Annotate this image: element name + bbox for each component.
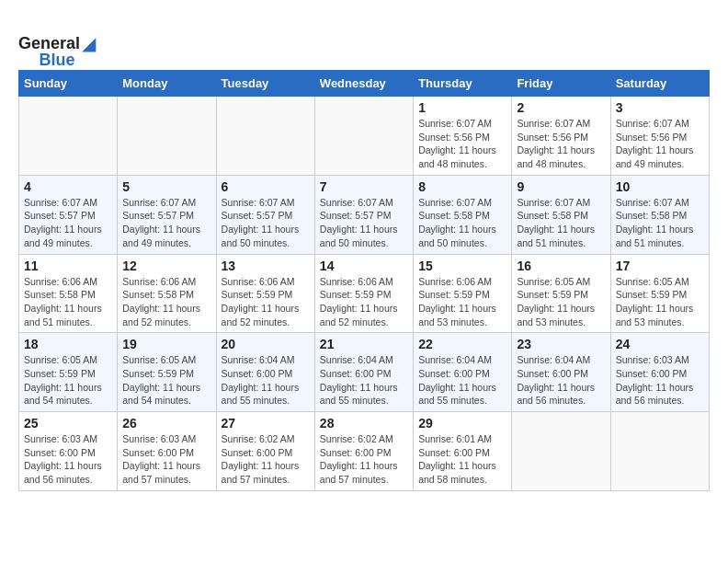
calendar-week-2: 4Sunrise: 6:07 AMSunset: 5:57 PMDaylight… bbox=[19, 175, 710, 254]
calendar-cell: 22Sunrise: 6:04 AMSunset: 6:00 PMDayligh… bbox=[414, 333, 512, 412]
day-number: 5 bbox=[122, 179, 210, 194]
calendar-cell: 5Sunrise: 6:07 AMSunset: 5:57 PMDaylight… bbox=[118, 175, 216, 254]
day-info: Sunrise: 6:07 AMSunset: 5:57 PMDaylight:… bbox=[320, 196, 408, 250]
calendar-cell: 9Sunrise: 6:07 AMSunset: 5:58 PMDaylight… bbox=[512, 175, 610, 254]
calendar-cell bbox=[512, 412, 610, 491]
calendar-cell: 13Sunrise: 6:06 AMSunset: 5:59 PMDayligh… bbox=[216, 254, 314, 333]
calendar-cell: 20Sunrise: 6:04 AMSunset: 6:00 PMDayligh… bbox=[216, 333, 314, 412]
day-info: Sunrise: 6:02 AMSunset: 6:00 PMDaylight:… bbox=[320, 432, 408, 487]
calendar-cell: 2Sunrise: 6:07 AMSunset: 5:56 PMDaylight… bbox=[512, 97, 610, 176]
day-number: 22 bbox=[418, 337, 506, 351]
calendar-cell: 29Sunrise: 6:01 AMSunset: 6:00 PMDayligh… bbox=[414, 412, 512, 491]
logo: General ◢ Blue bbox=[18, 32, 96, 70]
day-number: 27 bbox=[222, 416, 310, 431]
calendar-cell: 7Sunrise: 6:07 AMSunset: 5:57 PMDaylight… bbox=[314, 175, 413, 254]
calendar-cell: 25Sunrise: 6:03 AMSunset: 6:00 PMDayligh… bbox=[19, 412, 118, 491]
col-header-saturday: Saturday bbox=[610, 71, 709, 97]
day-info: Sunrise: 6:07 AMSunset: 5:58 PMDaylight:… bbox=[616, 196, 704, 250]
col-header-sunday: Sunday bbox=[19, 71, 118, 97]
day-info: Sunrise: 6:05 AMSunset: 5:59 PMDaylight:… bbox=[122, 353, 210, 408]
logo-blue: Blue bbox=[40, 51, 75, 70]
day-info: Sunrise: 6:03 AMSunset: 6:00 PMDaylight:… bbox=[616, 353, 704, 408]
day-number: 18 bbox=[24, 337, 112, 351]
day-number: 25 bbox=[24, 416, 112, 431]
day-number: 20 bbox=[222, 337, 310, 351]
day-info: Sunrise: 6:07 AMSunset: 5:57 PMDaylight:… bbox=[24, 196, 112, 250]
calendar-cell: 28Sunrise: 6:02 AMSunset: 6:00 PMDayligh… bbox=[314, 412, 413, 491]
calendar-cell: 8Sunrise: 6:07 AMSunset: 5:58 PMDaylight… bbox=[414, 175, 512, 254]
day-number: 1 bbox=[418, 100, 506, 115]
day-info: Sunrise: 6:06 AMSunset: 5:58 PMDaylight:… bbox=[122, 275, 210, 329]
day-number: 28 bbox=[320, 416, 408, 431]
day-info: Sunrise: 6:01 AMSunset: 6:00 PMDaylight:… bbox=[418, 432, 506, 487]
day-info: Sunrise: 6:06 AMSunset: 5:59 PMDaylight:… bbox=[222, 275, 310, 329]
calendar-table: SundayMondayTuesdayWednesdayThursdayFrid… bbox=[18, 70, 710, 491]
day-number: 14 bbox=[320, 259, 408, 273]
day-info: Sunrise: 6:07 AMSunset: 5:58 PMDaylight:… bbox=[517, 196, 605, 250]
calendar-week-5: 25Sunrise: 6:03 AMSunset: 6:00 PMDayligh… bbox=[19, 412, 710, 491]
day-info: Sunrise: 6:05 AMSunset: 5:59 PMDaylight:… bbox=[517, 275, 605, 329]
day-info: Sunrise: 6:03 AMSunset: 6:00 PMDaylight:… bbox=[24, 432, 112, 487]
day-info: Sunrise: 6:07 AMSunset: 5:57 PMDaylight:… bbox=[222, 196, 310, 250]
day-number: 26 bbox=[122, 416, 210, 431]
calendar-cell: 10Sunrise: 6:07 AMSunset: 5:58 PMDayligh… bbox=[610, 175, 709, 254]
day-info: Sunrise: 6:05 AMSunset: 5:59 PMDaylight:… bbox=[616, 275, 704, 329]
calendar-cell: 19Sunrise: 6:05 AMSunset: 5:59 PMDayligh… bbox=[118, 333, 216, 412]
calendar-header-row: SundayMondayTuesdayWednesdayThursdayFrid… bbox=[19, 71, 710, 97]
day-number: 23 bbox=[517, 337, 605, 351]
calendar-cell: 6Sunrise: 6:07 AMSunset: 5:57 PMDaylight… bbox=[216, 175, 314, 254]
day-number: 10 bbox=[616, 179, 704, 194]
day-info: Sunrise: 6:07 AMSunset: 5:56 PMDaylight:… bbox=[616, 117, 704, 171]
calendar-week-4: 18Sunrise: 6:05 AMSunset: 5:59 PMDayligh… bbox=[19, 333, 710, 412]
day-info: Sunrise: 6:06 AMSunset: 5:58 PMDaylight:… bbox=[24, 275, 112, 329]
calendar-cell: 16Sunrise: 6:05 AMSunset: 5:59 PMDayligh… bbox=[512, 254, 610, 333]
calendar-cell bbox=[610, 412, 709, 491]
day-info: Sunrise: 6:06 AMSunset: 5:59 PMDaylight:… bbox=[418, 275, 506, 329]
day-number: 11 bbox=[24, 259, 112, 273]
calendar-cell bbox=[118, 97, 216, 176]
day-number: 6 bbox=[222, 179, 310, 194]
day-number: 13 bbox=[222, 259, 310, 273]
day-number: 15 bbox=[418, 259, 506, 273]
col-header-friday: Friday bbox=[512, 71, 610, 97]
day-info: Sunrise: 6:04 AMSunset: 6:00 PMDaylight:… bbox=[222, 353, 310, 408]
day-number: 12 bbox=[122, 259, 210, 273]
day-info: Sunrise: 6:04 AMSunset: 6:00 PMDaylight:… bbox=[418, 353, 506, 408]
calendar-cell: 18Sunrise: 6:05 AMSunset: 5:59 PMDayligh… bbox=[19, 333, 118, 412]
day-number: 7 bbox=[320, 179, 408, 194]
day-number: 9 bbox=[517, 179, 605, 194]
day-info: Sunrise: 6:07 AMSunset: 5:58 PMDaylight:… bbox=[418, 196, 506, 250]
calendar-cell: 24Sunrise: 6:03 AMSunset: 6:00 PMDayligh… bbox=[610, 333, 709, 412]
day-number: 19 bbox=[122, 337, 210, 351]
day-info: Sunrise: 6:07 AMSunset: 5:56 PMDaylight:… bbox=[418, 117, 506, 171]
day-info: Sunrise: 6:04 AMSunset: 6:00 PMDaylight:… bbox=[517, 353, 605, 408]
calendar-cell bbox=[314, 97, 413, 176]
calendar-cell bbox=[216, 97, 314, 176]
calendar-cell: 3Sunrise: 6:07 AMSunset: 5:56 PMDaylight… bbox=[610, 97, 709, 176]
calendar-cell bbox=[19, 97, 118, 176]
day-number: 21 bbox=[320, 337, 408, 351]
day-info: Sunrise: 6:07 AMSunset: 5:57 PMDaylight:… bbox=[122, 196, 210, 250]
day-number: 3 bbox=[616, 100, 704, 115]
col-header-wednesday: Wednesday bbox=[314, 71, 413, 97]
col-header-tuesday: Tuesday bbox=[216, 71, 314, 97]
calendar-cell: 21Sunrise: 6:04 AMSunset: 6:00 PMDayligh… bbox=[314, 333, 413, 412]
day-number: 16 bbox=[517, 259, 605, 273]
calendar-cell: 14Sunrise: 6:06 AMSunset: 5:59 PMDayligh… bbox=[314, 254, 413, 333]
calendar-cell: 4Sunrise: 6:07 AMSunset: 5:57 PMDaylight… bbox=[19, 175, 118, 254]
calendar-cell: 17Sunrise: 6:05 AMSunset: 5:59 PMDayligh… bbox=[610, 254, 709, 333]
col-header-thursday: Thursday bbox=[414, 71, 512, 97]
calendar-cell: 23Sunrise: 6:04 AMSunset: 6:00 PMDayligh… bbox=[512, 333, 610, 412]
day-number: 24 bbox=[616, 337, 704, 351]
day-info: Sunrise: 6:02 AMSunset: 6:00 PMDaylight:… bbox=[222, 432, 310, 487]
day-number: 17 bbox=[616, 259, 704, 273]
day-number: 8 bbox=[418, 179, 506, 194]
logo-icon: ◢ bbox=[82, 32, 96, 54]
calendar-cell: 12Sunrise: 6:06 AMSunset: 5:58 PMDayligh… bbox=[118, 254, 216, 333]
calendar-cell: 1Sunrise: 6:07 AMSunset: 5:56 PMDaylight… bbox=[414, 97, 512, 176]
day-number: 29 bbox=[418, 416, 506, 431]
day-info: Sunrise: 6:07 AMSunset: 5:56 PMDaylight:… bbox=[517, 117, 605, 171]
calendar-cell: 27Sunrise: 6:02 AMSunset: 6:00 PMDayligh… bbox=[216, 412, 314, 491]
day-number: 4 bbox=[24, 179, 112, 194]
day-info: Sunrise: 6:03 AMSunset: 6:00 PMDaylight:… bbox=[122, 432, 210, 487]
